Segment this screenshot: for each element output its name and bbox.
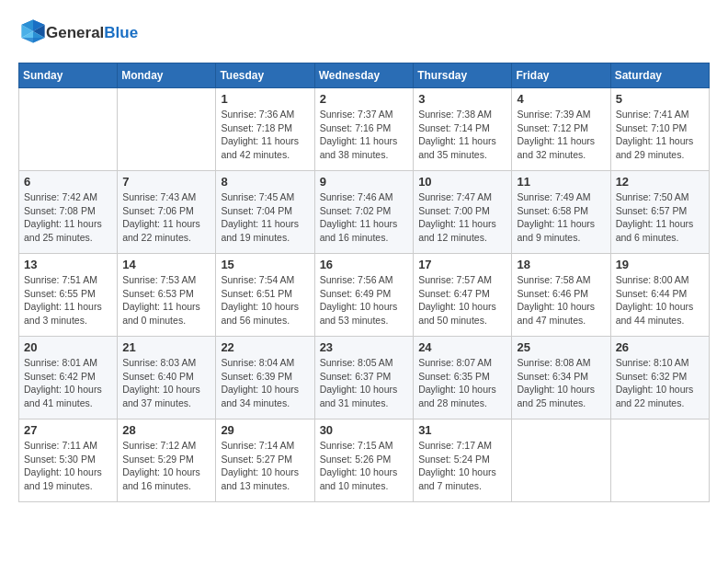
day-number: 24 <box>418 340 506 354</box>
day-number: 10 <box>418 175 506 189</box>
day-info: Sunrise: 7:12 AMSunset: 5:29 PMDaylight:… <box>122 439 210 493</box>
weekday-header-saturday: Saturday <box>610 63 709 88</box>
day-info: Sunrise: 7:54 AMSunset: 6:51 PMDaylight:… <box>221 273 309 327</box>
weekday-header-wednesday: Wednesday <box>314 63 414 88</box>
calendar-cell: 25Sunrise: 8:08 AMSunset: 6:34 PMDayligh… <box>512 337 610 419</box>
calendar-cell: 9Sunrise: 7:46 AMSunset: 7:02 PMDaylight… <box>314 171 414 254</box>
calendar-cell: 24Sunrise: 8:07 AMSunset: 6:35 PMDayligh… <box>414 337 512 419</box>
day-number: 29 <box>221 423 309 437</box>
day-number: 1 <box>221 92 309 106</box>
calendar-cell <box>610 419 709 502</box>
calendar-cell: 23Sunrise: 8:05 AMSunset: 6:37 PMDayligh… <box>314 337 414 419</box>
calendar-week-5: 27Sunrise: 7:11 AMSunset: 5:30 PMDayligh… <box>19 419 710 502</box>
logo-blue-text: Blue <box>104 24 138 41</box>
day-number: 14 <box>122 258 210 271</box>
calendar-cell: 15Sunrise: 7:54 AMSunset: 6:51 PMDayligh… <box>216 254 314 337</box>
day-number: 11 <box>517 175 605 189</box>
day-info: Sunrise: 8:04 AMSunset: 6:39 PMDaylight:… <box>221 356 309 410</box>
day-info: Sunrise: 7:38 AMSunset: 7:14 PMDaylight:… <box>418 108 506 162</box>
calendar-cell <box>512 419 610 502</box>
day-number: 17 <box>418 258 506 271</box>
day-info: Sunrise: 7:46 AMSunset: 7:02 PMDaylight:… <box>320 190 409 245</box>
day-number: 7 <box>122 175 210 189</box>
day-number: 13 <box>24 258 112 271</box>
calendar-cell: 12Sunrise: 7:50 AMSunset: 6:57 PMDayligh… <box>610 171 709 254</box>
calendar-header-row: SundayMondayTuesdayWednesdayThursdayFrid… <box>19 63 710 88</box>
day-number: 22 <box>221 340 309 354</box>
day-info: Sunrise: 7:17 AMSunset: 5:24 PMDaylight:… <box>418 439 506 493</box>
day-number: 20 <box>24 340 112 354</box>
calendar-cell: 6Sunrise: 7:42 AMSunset: 7:08 PMDaylight… <box>19 171 118 254</box>
calendar-cell: 10Sunrise: 7:47 AMSunset: 7:00 PMDayligh… <box>414 171 512 254</box>
day-number: 19 <box>616 258 704 271</box>
calendar-cell: 30Sunrise: 7:15 AMSunset: 5:26 PMDayligh… <box>314 419 414 502</box>
day-info: Sunrise: 7:43 AMSunset: 7:06 PMDaylight:… <box>122 190 210 245</box>
day-number: 31 <box>418 423 506 437</box>
day-info: Sunrise: 8:05 AMSunset: 6:37 PMDaylight:… <box>320 356 409 410</box>
day-info: Sunrise: 7:14 AMSunset: 5:27 PMDaylight:… <box>221 439 309 493</box>
day-info: Sunrise: 7:15 AMSunset: 5:26 PMDaylight:… <box>320 439 409 493</box>
day-info: Sunrise: 7:56 AMSunset: 6:49 PMDaylight:… <box>320 273 409 327</box>
logo: GeneralBlue <box>18 18 138 48</box>
day-number: 23 <box>320 340 409 354</box>
calendar-cell: 16Sunrise: 7:56 AMSunset: 6:49 PMDayligh… <box>314 254 414 337</box>
day-number: 15 <box>221 258 309 271</box>
calendar-cell: 11Sunrise: 7:49 AMSunset: 6:58 PMDayligh… <box>512 171 610 254</box>
calendar-cell: 17Sunrise: 7:57 AMSunset: 6:47 PMDayligh… <box>414 254 512 337</box>
calendar-cell: 28Sunrise: 7:12 AMSunset: 5:29 PMDayligh… <box>118 419 216 502</box>
day-info: Sunrise: 7:49 AMSunset: 6:58 PMDaylight:… <box>517 190 605 245</box>
day-info: Sunrise: 7:57 AMSunset: 6:47 PMDaylight:… <box>418 273 506 327</box>
weekday-header-tuesday: Tuesday <box>216 63 314 88</box>
calendar-cell <box>118 88 216 171</box>
calendar-week-1: 1Sunrise: 7:36 AMSunset: 7:18 PMDaylight… <box>19 88 710 171</box>
calendar-cell: 8Sunrise: 7:45 AMSunset: 7:04 PMDaylight… <box>216 171 314 254</box>
day-number: 30 <box>320 423 409 437</box>
calendar-cell: 22Sunrise: 8:04 AMSunset: 6:39 PMDayligh… <box>216 337 314 419</box>
calendar-cell: 3Sunrise: 7:38 AMSunset: 7:14 PMDaylight… <box>414 88 512 171</box>
day-info: Sunrise: 7:47 AMSunset: 7:00 PMDaylight:… <box>418 190 506 245</box>
calendar-cell: 31Sunrise: 7:17 AMSunset: 5:24 PMDayligh… <box>414 419 512 502</box>
weekday-header-friday: Friday <box>512 63 610 88</box>
calendar-cell: 26Sunrise: 8:10 AMSunset: 6:32 PMDayligh… <box>610 337 709 419</box>
day-number: 21 <box>122 340 210 354</box>
day-number: 3 <box>418 92 506 106</box>
calendar-cell: 4Sunrise: 7:39 AMSunset: 7:12 PMDaylight… <box>512 88 610 171</box>
svg-marker-8 <box>21 38 44 43</box>
day-number: 18 <box>517 258 605 271</box>
day-info: Sunrise: 8:08 AMSunset: 6:34 PMDaylight:… <box>517 356 605 410</box>
day-info: Sunrise: 7:53 AMSunset: 6:53 PMDaylight:… <box>122 273 210 327</box>
day-info: Sunrise: 8:07 AMSunset: 6:35 PMDaylight:… <box>418 356 506 410</box>
weekday-header-sunday: Sunday <box>19 63 118 88</box>
day-info: Sunrise: 7:39 AMSunset: 7:12 PMDaylight:… <box>517 108 605 162</box>
day-number: 8 <box>221 175 309 189</box>
day-number: 25 <box>517 340 605 354</box>
calendar-cell: 21Sunrise: 8:03 AMSunset: 6:40 PMDayligh… <box>118 337 216 419</box>
day-number: 16 <box>320 258 409 271</box>
calendar-cell: 18Sunrise: 7:58 AMSunset: 6:46 PMDayligh… <box>512 254 610 337</box>
calendar-cell: 20Sunrise: 8:01 AMSunset: 6:42 PMDayligh… <box>19 337 118 419</box>
weekday-header-thursday: Thursday <box>414 63 512 88</box>
day-number: 5 <box>616 92 704 106</box>
day-number: 28 <box>122 423 210 437</box>
calendar-cell: 5Sunrise: 7:41 AMSunset: 7:10 PMDaylight… <box>610 88 709 171</box>
day-number: 2 <box>320 92 409 106</box>
day-info: Sunrise: 7:36 AMSunset: 7:18 PMDaylight:… <box>221 108 309 162</box>
calendar-cell: 13Sunrise: 7:51 AMSunset: 6:55 PMDayligh… <box>19 254 118 337</box>
day-info: Sunrise: 7:11 AMSunset: 5:30 PMDaylight:… <box>24 439 112 493</box>
logo-text: General <box>46 24 104 41</box>
day-info: Sunrise: 8:03 AMSunset: 6:40 PMDaylight:… <box>122 356 210 410</box>
day-number: 6 <box>24 175 112 189</box>
calendar-cell <box>19 88 118 171</box>
day-info: Sunrise: 7:45 AMSunset: 7:04 PMDaylight:… <box>221 190 309 245</box>
day-number: 27 <box>24 423 112 437</box>
day-info: Sunrise: 7:58 AMSunset: 6:46 PMDaylight:… <box>517 273 605 327</box>
page-header: GeneralBlue <box>18 18 710 48</box>
calendar-cell: 29Sunrise: 7:14 AMSunset: 5:27 PMDayligh… <box>216 419 314 502</box>
day-info: Sunrise: 8:00 AMSunset: 6:44 PMDaylight:… <box>616 273 704 327</box>
calendar-cell: 2Sunrise: 7:37 AMSunset: 7:16 PMDaylight… <box>314 88 414 171</box>
day-info: Sunrise: 7:51 AMSunset: 6:55 PMDaylight:… <box>24 273 112 327</box>
calendar-week-4: 20Sunrise: 8:01 AMSunset: 6:42 PMDayligh… <box>19 337 710 419</box>
day-info: Sunrise: 8:01 AMSunset: 6:42 PMDaylight:… <box>24 356 112 410</box>
day-number: 26 <box>616 340 704 354</box>
calendar-cell: 7Sunrise: 7:43 AMSunset: 7:06 PMDaylight… <box>118 171 216 254</box>
